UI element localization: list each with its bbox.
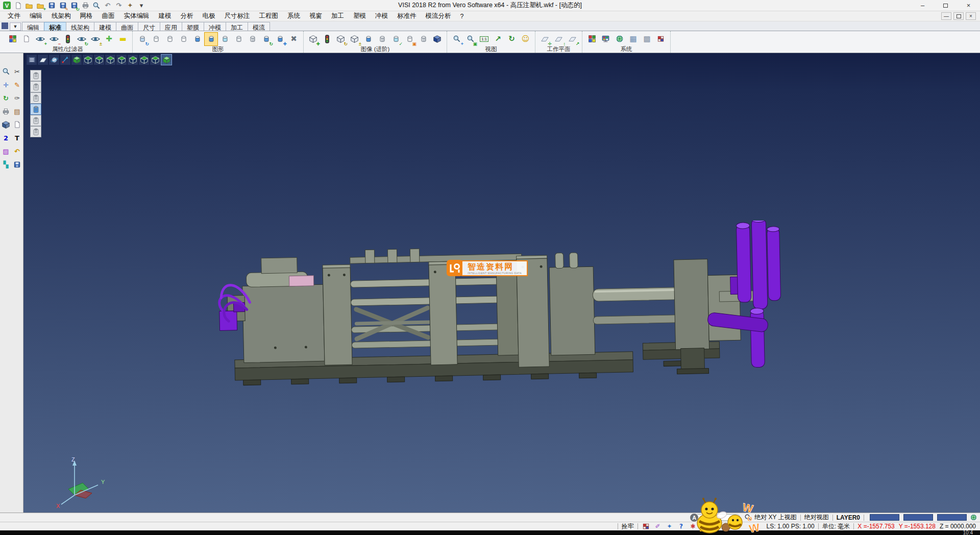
menu-item-17[interactable]: 模流分析 — [421, 11, 456, 21]
status-package-icon[interactable]: ✱ — [689, 522, 698, 531]
entity-layer-striped-icon[interactable] — [376, 33, 388, 45]
layer-redraw-icon[interactable]: ↻ — [136, 33, 149, 45]
tab-加工[interactable]: 加工 — [226, 22, 248, 31]
view-mode-label[interactable]: 绝对 XY 上视图 — [754, 513, 796, 522]
zoom-in-icon[interactable]: + — [450, 33, 463, 45]
menu-item-2[interactable]: 线架构 — [47, 11, 76, 21]
open-file-icon[interactable] — [24, 1, 34, 11]
print-preview-icon[interactable] — [91, 1, 102, 11]
color-swatch-3[interactable] — [937, 514, 967, 521]
redo-icon[interactable]: ↷ — [114, 1, 124, 11]
attribute-colors-icon[interactable] — [6, 33, 19, 45]
tab-编辑[interactable]: 编辑 — [22, 22, 44, 31]
status-wand-icon[interactable]: ✐ — [653, 522, 663, 531]
undo-action-icon[interactable]: ↶ — [12, 146, 22, 156]
visi-logo-icon[interactable]: V — [2, 1, 12, 11]
layer-cyan-icon[interactable] — [218, 33, 231, 45]
entity-tag-icon[interactable]: ▣ — [403, 33, 416, 45]
clipboard-5-icon[interactable] — [31, 115, 41, 126]
workplane-align-icon[interactable]: ↗ — [566, 33, 579, 45]
zoom-1-1-icon[interactable]: 1:1 — [478, 33, 491, 45]
status-grid-icon[interactable] — [642, 522, 651, 531]
menu-item-0[interactable]: 文件 — [3, 11, 25, 21]
view-iso-4-icon[interactable] — [116, 55, 127, 65]
absolute-view-label[interactable]: 绝对视图 — [804, 513, 829, 522]
entity-solid-icon[interactable] — [431, 33, 444, 45]
clipboard-3-icon[interactable] — [31, 93, 41, 103]
menu-item-6[interactable]: 建模 — [154, 11, 176, 21]
layer-current-icon[interactable] — [205, 33, 217, 45]
clipboard-active-icon[interactable] — [31, 104, 41, 114]
view-plane-icon[interactable] — [38, 55, 48, 65]
zoom-window-icon[interactable]: ▣ — [464, 33, 477, 45]
viewport-canvas[interactable]: 智造资料网 INTELLIGENT MANUFACTURING DATA Z X… — [23, 53, 980, 513]
menu-item-10[interactable]: 工程图 — [255, 11, 283, 21]
color-swatch-2[interactable] — [903, 514, 933, 521]
clipboard-1-icon[interactable] — [31, 70, 41, 81]
mdi-restore-button[interactable] — [953, 12, 964, 20]
workplane-axes-icon[interactable]: ✛ — [538, 33, 551, 45]
save-sync-icon[interactable]: ↻ — [69, 1, 79, 11]
tab-模流[interactable]: 模流 — [248, 22, 270, 31]
save-as-icon[interactable]: ✎ — [58, 1, 68, 11]
layer-tools-icon[interactable]: ✖ — [287, 33, 300, 45]
quick-search-input[interactable]: A — [693, 514, 740, 521]
print-icon[interactable] — [80, 1, 90, 11]
system-settings-icon[interactable] — [613, 33, 626, 45]
status-help-icon[interactable]: ? — [677, 522, 686, 531]
minimize-button[interactable]: – — [911, 0, 934, 11]
attribute-pages-icon[interactable] — [20, 33, 33, 45]
mdi-close-button[interactable]: × — [966, 12, 976, 20]
system-grid-icon[interactable] — [654, 33, 667, 45]
layer-move-icon[interactable]: ✚ — [274, 33, 286, 45]
status-pick-icon[interactable]: ✦ — [665, 522, 674, 531]
import-file-icon[interactable]: + — [35, 1, 45, 11]
tab-冲模[interactable]: 冲模 — [204, 22, 226, 31]
menu-item-15[interactable]: 冲模 — [371, 11, 393, 21]
view-iso-5-icon[interactable] — [128, 55, 138, 65]
show-all-icon[interactable]: ✚ — [103, 33, 115, 45]
view-refresh-icon[interactable]: ↻ — [505, 33, 518, 45]
mdi-minimize-button[interactable]: — — [941, 12, 951, 20]
system-pick-grid-icon[interactable]: ▩ — [641, 33, 653, 45]
tab-线架构[interactable]: 线架构 — [66, 22, 94, 31]
plot-print-icon[interactable] — [1, 106, 11, 116]
status-plane-icon[interactable]: ⊞ — [724, 522, 733, 531]
avatar-badge[interactable]: A — [690, 513, 699, 522]
menu-item-3[interactable]: 网格 — [76, 11, 97, 21]
dynamic-rotate-icon[interactable]: ↻ — [1, 93, 11, 103]
view-iso-1-icon[interactable] — [83, 55, 93, 65]
attributes-palette-icon[interactable]: ▨ — [1, 146, 11, 156]
tab-曲面[interactable]: 曲面 — [116, 22, 138, 31]
view-iso-3-icon[interactable] — [105, 55, 115, 65]
notes-book-icon[interactable]: ▤ — [12, 106, 22, 116]
snap-lock-toggle[interactable]: 拴牢 — [622, 522, 634, 531]
text-tool-icon[interactable]: T — [12, 133, 22, 143]
workplane-move-icon[interactable]: ↕ — [552, 33, 565, 45]
clipboard-2-icon[interactable] — [31, 82, 41, 92]
system-table-icon[interactable]: ▦ — [627, 33, 640, 45]
zoom-extents-icon[interactable]: ↗ — [492, 33, 504, 45]
view-orbit-icon[interactable] — [49, 55, 59, 65]
measure-pen-icon[interactable]: ✑ — [12, 93, 22, 103]
show-remove-icon[interactable]: − — [47, 33, 60, 45]
entity-wand-icon[interactable]: ✚ — [307, 33, 320, 45]
show-add-icon[interactable]: + — [34, 33, 46, 45]
globe-icon[interactable] — [969, 513, 978, 522]
layer-blue-icon[interactable] — [191, 33, 204, 45]
menu-item-9[interactable]: 尺寸标注 — [220, 11, 255, 21]
color-swatch-1[interactable] — [870, 514, 899, 521]
delete-icon[interactable]: ✂ — [12, 66, 22, 77]
entity-traffic-icon[interactable] — [321, 33, 333, 45]
hide-all-icon[interactable]: ▬ — [116, 33, 129, 45]
chart-analyse-icon[interactable]: ▚ — [1, 159, 11, 169]
entity-refresh-icon[interactable]: ↻ — [334, 33, 347, 45]
view-shade-icon[interactable]: ☺ — [519, 33, 532, 45]
menu-item-7[interactable]: 分析 — [176, 11, 198, 21]
active-layer-button[interactable]: LAYER0 — [837, 514, 860, 521]
menu-item-14[interactable]: 塑模 — [349, 11, 371, 21]
entity-plus-minus-icon[interactable]: ± — [348, 33, 361, 45]
quickbar-options-icon[interactable]: ▾ — [136, 1, 146, 11]
status-lamp-icon[interactable] — [712, 522, 721, 531]
close-button[interactable]: × — [957, 0, 980, 11]
